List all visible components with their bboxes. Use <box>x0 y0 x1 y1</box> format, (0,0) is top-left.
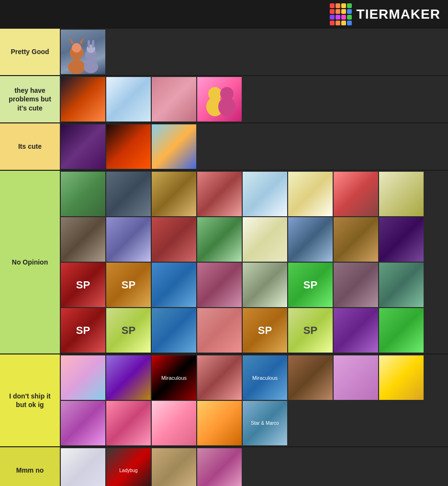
list-item[interactable] <box>106 217 151 262</box>
tier-row-no-opinion: No Opinion SP SP <box>0 171 448 354</box>
logo-cell-12 <box>347 15 352 20</box>
tier-label-problems-cute: they have problems but it's cute <box>0 76 60 122</box>
list-item[interactable] <box>106 124 151 169</box>
list-item[interactable] <box>152 448 196 486</box>
list-item[interactable]: Miraculous <box>152 355 196 400</box>
logo-cell-7 <box>341 9 346 14</box>
logo-cell-13 <box>330 21 335 25</box>
list-item[interactable] <box>106 172 151 216</box>
logo-cell-3 <box>341 3 346 8</box>
list-item[interactable] <box>197 263 242 307</box>
list-item[interactable] <box>152 124 196 169</box>
tier-content-problems-cute <box>60 76 448 122</box>
list-item[interactable] <box>197 172 242 216</box>
tiermaker-logo-text: TiERMAKER <box>357 7 440 22</box>
tier-label-dont-ship: I don't ship it but ok ig <box>0 354 60 446</box>
list-item[interactable]: Miraculous <box>243 355 287 400</box>
svg-point-5 <box>84 61 98 73</box>
list-item[interactable] <box>106 401 151 445</box>
tier-label-no-opinion: No Opinion <box>0 171 60 353</box>
logo-cell-1 <box>330 3 335 8</box>
list-item[interactable]: SP <box>106 263 151 307</box>
tier-list: TiERMAKER Pretty Good <box>0 0 448 486</box>
list-item[interactable]: SP <box>243 308 287 353</box>
tier-content-no-opinion: SP SP SP SP SP SP <box>60 171 448 353</box>
list-item[interactable] <box>288 217 333 262</box>
tier-row-pretty-good: Pretty Good <box>0 29 448 76</box>
logo-cell-6 <box>336 9 340 14</box>
logo-cell-16 <box>347 21 352 25</box>
list-item[interactable] <box>152 217 196 262</box>
list-item[interactable]: Ladybug <box>106 448 151 486</box>
list-item[interactable] <box>197 355 242 400</box>
list-item[interactable]: Star & Marco <box>243 401 287 445</box>
logo-cell-15 <box>341 21 346 25</box>
list-item[interactable] <box>152 263 196 307</box>
list-item[interactable] <box>288 172 333 216</box>
tier-content-its-cute <box>60 123 448 170</box>
list-item[interactable]: SP <box>288 263 333 307</box>
list-item[interactable] <box>243 263 287 307</box>
list-item[interactable] <box>197 401 242 445</box>
list-item[interactable] <box>61 401 105 445</box>
list-item[interactable] <box>379 308 424 353</box>
list-item[interactable] <box>106 355 151 400</box>
logo-cell-4 <box>347 3 352 8</box>
tier-row-its-cute: Its cute <box>0 123 448 171</box>
logo-cell-5 <box>330 9 335 14</box>
tier-label-pretty-good: Pretty Good <box>0 29 60 75</box>
list-item[interactable] <box>197 448 242 486</box>
list-item[interactable] <box>243 172 287 216</box>
list-item[interactable] <box>197 77 242 122</box>
tier-label-mmm-no: Mmm no <box>0 447 60 486</box>
list-item[interactable]: SP <box>288 308 333 353</box>
list-item[interactable]: SP <box>61 263 105 307</box>
logo-cell-8 <box>347 9 352 14</box>
list-item[interactable] <box>334 308 378 353</box>
logo-grid-icon <box>330 3 352 25</box>
list-item[interactable] <box>61 355 105 400</box>
list-item[interactable] <box>379 217 424 262</box>
list-item[interactable] <box>152 172 196 216</box>
header: TiERMAKER <box>0 0 448 29</box>
list-item[interactable] <box>61 217 105 262</box>
svg-point-11 <box>208 87 222 100</box>
tier-row-mmm-no: Mmm no Ladybug <box>0 447 448 486</box>
list-item[interactable] <box>379 172 424 216</box>
list-item[interactable] <box>152 77 196 122</box>
list-item[interactable] <box>152 308 196 353</box>
svg-rect-8 <box>88 40 90 48</box>
logo-cell-2 <box>336 3 340 8</box>
logo-cell-10 <box>336 15 340 20</box>
list-item[interactable] <box>61 172 105 216</box>
logo-cell-14 <box>336 21 340 25</box>
list-item[interactable] <box>243 217 287 262</box>
tier-content-dont-ship: Miraculous Miraculous Star & Marco <box>60 354 448 446</box>
list-item[interactable] <box>334 217 378 262</box>
list-item[interactable] <box>197 217 242 262</box>
svg-marker-3 <box>69 37 74 44</box>
list-item[interactable]: SP <box>106 308 151 353</box>
logo-cell-9 <box>330 15 335 20</box>
list-item[interactable] <box>106 77 151 122</box>
list-item[interactable] <box>334 172 378 216</box>
tier-content-mmm-no: Ladybug <box>60 447 448 486</box>
svg-point-13 <box>220 87 234 100</box>
list-item[interactable] <box>379 355 424 400</box>
list-item[interactable] <box>61 77 105 122</box>
list-item[interactable] <box>152 401 196 445</box>
list-item[interactable] <box>379 263 424 307</box>
tier-label-its-cute: Its cute <box>0 123 60 170</box>
list-item[interactable] <box>288 355 333 400</box>
list-item[interactable] <box>197 308 242 353</box>
tier-row-dont-ship: I don't ship it but ok ig Miraculous Mir… <box>0 354 448 447</box>
tier-card-zootopia[interactable] <box>61 30 105 74</box>
list-item[interactable] <box>334 263 378 307</box>
list-item[interactable] <box>61 448 105 486</box>
list-item[interactable] <box>334 355 378 400</box>
logo-cell-11 <box>341 15 346 20</box>
tier-content-pretty-good <box>60 29 448 75</box>
svg-rect-9 <box>92 40 94 48</box>
list-item[interactable] <box>61 124 105 169</box>
list-item[interactable]: SP <box>61 308 105 353</box>
